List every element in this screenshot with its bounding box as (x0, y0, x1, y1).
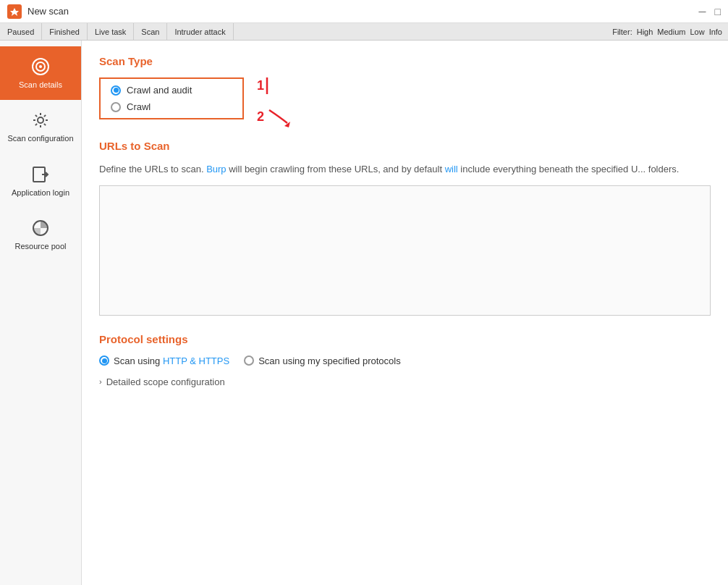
crawl-label: Crawl (127, 101, 151, 112)
protocol-options: Scan using HTTP & HTTPS Scan using my sp… (99, 355, 711, 366)
crawl-radio[interactable] (111, 102, 121, 112)
burp-highlight: Burp (206, 164, 226, 174)
tab-intruder-attack[interactable]: Intruder attack (167, 23, 233, 41)
urls-description: Define the URLs to scan. Burp will begin… (99, 162, 711, 177)
svg-point-3 (39, 65, 42, 68)
svg-marker-10 (284, 122, 290, 127)
urls-input[interactable] (99, 185, 711, 316)
svg-text:1: 1 (257, 78, 264, 93)
scan-type-area: Crawl and audit Crawl 1 2 (99, 77, 244, 134)
filter-info[interactable]: Info (709, 28, 722, 36)
login-icon (30, 164, 51, 185)
crawl-audit-radio[interactable] (111, 85, 121, 96)
gear-icon (30, 110, 51, 130)
sidebar: Scan details Scan configuration Applicat… (0, 41, 82, 585)
window-controls: ─ □ (699, 6, 721, 17)
urls-section: URLs to Scan Define the URLs to scan. Bu… (99, 140, 711, 319)
target-icon (30, 56, 51, 77)
scan-type-box: Crawl and audit Crawl (99, 77, 244, 119)
maximize-button[interactable]: □ (715, 6, 721, 17)
http-https-option[interactable]: Scan using HTTP & HTTPS (99, 355, 229, 366)
specified-label: Scan using my specified protocols (258, 355, 401, 366)
scope-toggle-label: Detailed scope configuration (106, 376, 225, 387)
tab-live-task[interactable]: Live task (88, 23, 134, 41)
filter-label: Filter: (612, 28, 632, 36)
tab-paused[interactable]: Paused (0, 23, 42, 41)
filter-bar: Filter: High Medium Low Info (606, 28, 728, 36)
crawl-option[interactable]: Crawl (111, 101, 232, 112)
http-https-radio[interactable] (99, 355, 109, 366)
sidebar-item-application-login[interactable]: Application login (0, 154, 81, 208)
sidebar-item-scan-config-label: Scan configuration (7, 133, 73, 143)
chevron-right-icon: › (99, 377, 102, 386)
tab-scan[interactable]: Scan (134, 23, 167, 41)
tab-finished[interactable]: Finished (42, 23, 88, 41)
svg-marker-0 (10, 8, 19, 16)
specified-protocols-option[interactable]: Scan using my specified protocols (244, 355, 401, 366)
scope-toggle[interactable]: › Detailed scope configuration (99, 376, 711, 387)
app-icon (7, 4, 22, 19)
protocol-section: Protocol settings Scan using HTTP & HTTP… (99, 333, 711, 387)
pie-chart-icon (30, 218, 51, 238)
annotation-arrows: 1 2 (251, 74, 323, 146)
crawl-audit-option[interactable]: Crawl and audit (111, 85, 232, 96)
sidebar-item-scan-configuration[interactable]: Scan configuration (0, 100, 81, 153)
filter-high[interactable]: High (637, 28, 653, 36)
crawl-audit-label: Crawl and audit (127, 85, 192, 96)
filter-low[interactable]: Low (690, 28, 704, 36)
urls-title: URLs to Scan (99, 140, 711, 152)
title-bar: New scan ─ □ (0, 0, 728, 23)
filter-medium[interactable]: Medium (657, 28, 685, 36)
main-layout: Scan details Scan configuration Applicat… (0, 41, 728, 585)
sidebar-item-resource-pool-label: Resource pool (15, 241, 67, 251)
sidebar-item-scan-details[interactable]: Scan details (0, 46, 81, 100)
specified-radio[interactable] (244, 355, 254, 366)
svg-text:2: 2 (257, 109, 264, 124)
window-title: New scan (27, 6, 69, 17)
http-https-label: Scan using HTTP & HTTPS (114, 355, 229, 366)
sidebar-item-resource-pool[interactable]: Resource pool (0, 208, 81, 261)
minimize-button[interactable]: ─ (699, 6, 706, 17)
tab-bar: Paused Finished Live task Scan Intruder … (0, 23, 728, 41)
sidebar-item-app-login-label: Application login (12, 188, 69, 198)
protocol-title: Protocol settings (99, 333, 711, 345)
content-area: Scan Type Crawl and audit Crawl 1 2 (82, 41, 728, 585)
scan-type-title: Scan Type (99, 55, 711, 67)
svg-point-4 (38, 117, 43, 123)
will-highlight: will (445, 164, 458, 174)
sidebar-item-scan-details-label: Scan details (19, 80, 62, 90)
